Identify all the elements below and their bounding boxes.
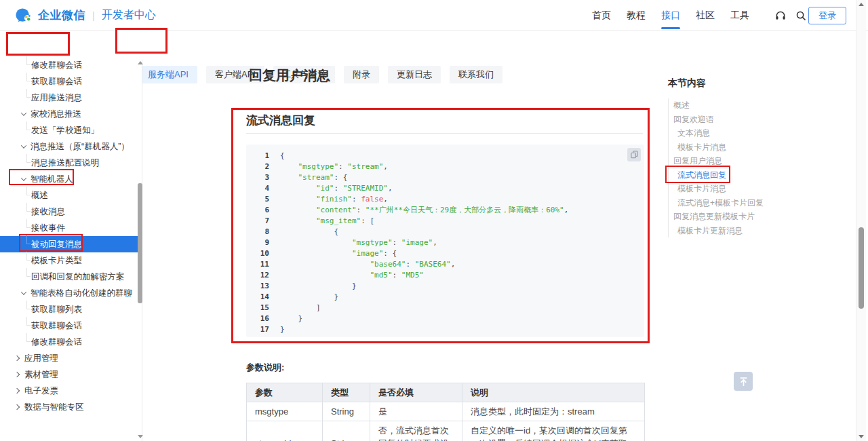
header-nav-item[interactable]: 社区: [696, 0, 715, 31]
toc-item[interactable]: 回复消息更新模板卡片: [669, 210, 858, 224]
toc-item[interactable]: 模板卡片消息: [669, 182, 858, 196]
page-scroll-down-icon[interactable]: [859, 435, 864, 438]
toc-item[interactable]: 文本消息: [669, 126, 858, 140]
toc-item[interactable]: 回复用户消息: [669, 154, 858, 168]
sidebar-scroll-down-icon[interactable]: [138, 435, 143, 438]
code-token: "id": [316, 184, 334, 193]
toc-title: 本节内容: [668, 76, 858, 90]
code-token: "image": [401, 238, 433, 247]
code-token: }: [280, 325, 285, 334]
toc-item[interactable]: 流式消息回复: [669, 168, 858, 183]
sidebar-item[interactable]: 素材管理: [0, 366, 142, 383]
line-number: 3: [246, 172, 269, 183]
sidebar-scroll-up-icon[interactable]: [138, 61, 143, 64]
code-token: "content": [316, 206, 357, 214]
table-cell: String: [323, 421, 370, 441]
sidebar-item[interactable]: 应用管理: [0, 350, 142, 366]
sidebar-tree: 修改群聊会话获取群聊会话应用推送消息家校消息推送发送「学校通知」消息推送（原“群…: [0, 57, 142, 415]
sidebar-item[interactable]: 修改群聊会话: [0, 57, 142, 73]
code-text: "msgtype": "image",: [280, 237, 437, 248]
toc-item[interactable]: 概述: [669, 98, 858, 113]
sidebar-item[interactable]: 应用推送消息: [0, 90, 142, 106]
copy-icon[interactable]: [627, 148, 641, 161]
code-line: 16 }: [246, 313, 644, 324]
sidebar-scrollbar-thumb[interactable]: [138, 183, 142, 303]
header-nav: 首页教程接口社区工具: [592, 0, 749, 31]
table-cell: 否，流式消息首次回复的时候要求设置: [370, 421, 462, 441]
sidebar-item[interactable]: 被动回复消息: [0, 236, 138, 252]
code-block: 1{2 "msgtype": "stream",3 "stream": {4 "…: [246, 145, 644, 337]
code-token: "stream": [298, 173, 334, 182]
arrow-to-top-icon: [738, 377, 749, 387]
subnav-tab[interactable]: 附录: [344, 66, 379, 83]
code-token: "image": [352, 249, 383, 258]
code-token: "md5": [370, 271, 392, 280]
line-number: 8: [246, 227, 269, 237]
sidebar-item[interactable]: 数据与智能专区: [0, 399, 142, 415]
sidebar-item[interactable]: 智能表格自动化创建的群聊: [0, 285, 142, 301]
table-cell: String: [323, 402, 370, 421]
header-nav-item[interactable]: 教程: [627, 0, 646, 31]
search-icon[interactable]: [794, 9, 808, 22]
sidebar-item[interactable]: 电子发票: [0, 383, 142, 399]
code-token: {: [280, 151, 285, 160]
code-text: {: [280, 227, 338, 237]
sidebar-item[interactable]: 回调和回复的加解密方案: [0, 269, 142, 285]
sidebar-item[interactable]: 概述: [0, 187, 142, 204]
sidebar-item[interactable]: 获取群聊列表: [0, 301, 142, 318]
toc-item[interactable]: 回复欢迎语: [669, 113, 858, 127]
sidebar-item[interactable]: 消息推送（原“群机器人”）: [0, 138, 142, 155]
sidebar-item[interactable]: 接收事件: [0, 220, 142, 236]
page-scroll-up-icon[interactable]: [859, 3, 864, 6]
line-number: 7: [246, 216, 269, 227]
tree-connector: [26, 73, 31, 81]
sidebar-item-label: 概述: [31, 190, 48, 202]
sidebar-item[interactable]: 获取群聊会话: [0, 73, 142, 90]
line-number: 13: [246, 281, 269, 292]
tree-connector: [26, 187, 31, 195]
params-label: 参数说明:: [246, 362, 284, 374]
page-scrollbar-track[interactable]: [856, 0, 866, 441]
code-text: "msg_item": [: [280, 216, 374, 227]
sidebar-item[interactable]: 接收消息: [0, 204, 142, 220]
code-text: "finish": false,: [280, 194, 388, 205]
header-nav-item[interactable]: 工具: [730, 0, 749, 31]
table-column-header: 说明: [462, 383, 645, 402]
toc-item[interactable]: 模板卡片更新消息: [669, 224, 858, 238]
code-token: "stream": [347, 162, 383, 171]
code-line: 13 }: [246, 281, 644, 292]
code-line: 6 "content": "**广州**今日天气：29度，大部分多云，降雨概率：…: [246, 205, 644, 216]
brand[interactable]: 企业微信 | 开发者中心: [15, 0, 156, 31]
toc-item[interactable]: 流式消息+模板卡片回复: [669, 196, 858, 210]
sidebar: 修改群聊会话获取群聊会话应用推送消息家校消息推送发送「学校通知」消息推送（原“群…: [0, 60, 142, 441]
toc-item[interactable]: 模板卡片消息: [669, 140, 858, 155]
sidebar-item[interactable]: 模板卡片类型: [0, 252, 142, 269]
sidebar-item-label: 智能表格自动化创建的群聊: [31, 288, 132, 299]
login-button[interactable]: 登录: [808, 7, 846, 24]
tree-connector: [26, 235, 31, 244]
sidebar-item-label: 获取群聊会话: [31, 76, 82, 88]
sidebar-item[interactable]: 修改群聊会话: [0, 334, 142, 350]
table-cell: 是: [370, 402, 462, 421]
subnav-tab[interactable]: 更新日志: [388, 66, 441, 83]
sidebar-item[interactable]: 智能机器人: [0, 171, 142, 187]
sidebar-item[interactable]: 发送「学校通知」: [0, 122, 142, 138]
sidebar-item-label: 发送「学校通知」: [31, 125, 99, 136]
code-text: "id": "STREAMID",: [280, 183, 393, 194]
page-scrollbar-thumb[interactable]: [859, 227, 864, 309]
sidebar-item[interactable]: 获取群聊会话: [0, 318, 142, 334]
header-nav-item[interactable]: 首页: [592, 0, 611, 31]
sidebar-item[interactable]: 家校消息推送: [0, 106, 142, 122]
brand-divider: |: [92, 10, 95, 21]
subnav-tab[interactable]: 联系我们: [450, 66, 502, 83]
support-headset-icon[interactable]: [774, 9, 787, 22]
code-text: }: [280, 324, 285, 335]
sidebar-item[interactable]: 消息推送配置说明: [0, 155, 142, 171]
code-token: :: [393, 238, 401, 247]
back-to-top-button[interactable]: [734, 372, 753, 391]
header-nav-item[interactable]: 接口: [661, 0, 680, 31]
subnav-tab[interactable]: 服务端API: [139, 66, 197, 83]
tree-connector: [26, 56, 31, 65]
sidebar-item-label: 消息推送（原“群机器人”）: [31, 141, 130, 153]
sidebar-item-label: 接收消息: [31, 206, 65, 218]
